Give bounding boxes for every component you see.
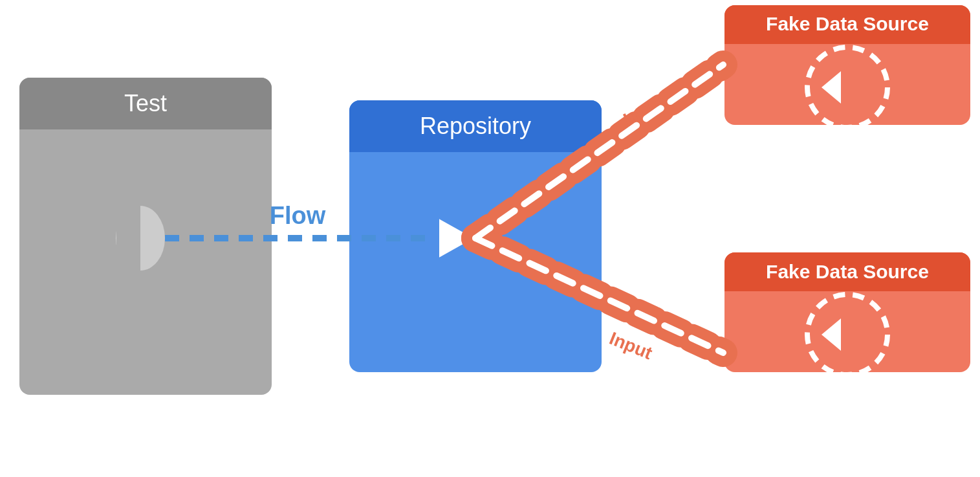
diagram-canvas: Test Repository Fake Data Source Fake Da… (0, 0, 980, 477)
svg-rect-6 (116, 206, 140, 271)
test-label: Test (124, 90, 167, 116)
architecture-diagram: Test Repository Fake Data Source Fake Da… (0, 0, 980, 477)
flow-label: Flow (270, 202, 326, 229)
fake-source-1-label: Fake Data Source (766, 13, 929, 34)
repository-label: Repository (420, 113, 531, 139)
fake-source-2-label: Fake Data Source (766, 261, 929, 282)
